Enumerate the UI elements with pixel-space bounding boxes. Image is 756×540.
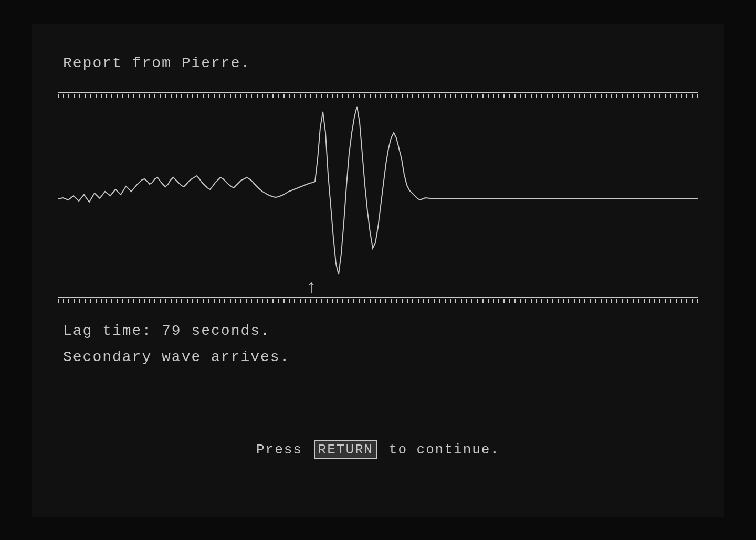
ruler-tick — [461, 299, 462, 303]
ruler-tick — [364, 94, 365, 98]
ruler-tick — [278, 299, 279, 303]
ruler-tick — [482, 94, 484, 98]
ruler-tick — [353, 94, 354, 98]
ruler-tick — [450, 94, 451, 98]
ruler-tick — [128, 94, 129, 98]
ruler-tick — [659, 94, 660, 98]
ruler-tick — [595, 94, 596, 98]
ruler-tick — [305, 94, 306, 98]
ruler-tick — [601, 299, 602, 303]
ruler-tick — [257, 299, 258, 303]
ruler-tick — [353, 299, 354, 303]
ruler-tick — [300, 94, 301, 98]
ruler-bottom-line — [58, 297, 698, 298]
ruler-tick — [503, 94, 505, 98]
ruler-tick — [493, 94, 494, 98]
ruler-tick — [219, 299, 220, 303]
ruler-tick — [558, 94, 559, 98]
ruler-tick — [531, 94, 532, 98]
ruler-tick — [106, 299, 107, 303]
ruler-tick — [240, 299, 242, 303]
ruler-tick — [139, 299, 140, 303]
ruler-tick — [348, 94, 349, 98]
ruler-tick — [370, 299, 371, 303]
ruler-tick — [63, 94, 64, 98]
ruler-tick — [278, 94, 279, 98]
ruler-tick — [111, 94, 112, 98]
ruler-tick — [74, 299, 75, 303]
ruler-tick — [412, 94, 413, 98]
ruler-tick — [122, 94, 123, 98]
ruler-tick — [595, 299, 596, 303]
ruler-tick — [111, 299, 112, 303]
ruler-tick — [525, 299, 526, 303]
ruler-tick — [665, 299, 666, 303]
ruler-tick — [418, 299, 419, 303]
ruler-tick — [294, 299, 295, 303]
ruler-tick — [139, 94, 140, 98]
ruler-tick — [262, 94, 263, 98]
ruler-tick — [697, 94, 698, 98]
ruler-tick — [203, 94, 204, 98]
ruler-tick — [337, 94, 338, 98]
ruler-tick — [445, 94, 446, 98]
press-return-prompt[interactable]: Press RETURN to continue. — [32, 440, 724, 459]
ruler-tick — [305, 299, 306, 303]
ruler-tick — [477, 299, 478, 303]
ruler-tick — [676, 94, 677, 98]
ruler-tick — [536, 94, 537, 98]
ruler-tick — [654, 299, 655, 303]
ruler-tick — [289, 299, 290, 303]
ruler-tick — [493, 299, 494, 303]
ruler-tick — [697, 299, 698, 303]
ruler-tick — [85, 299, 86, 303]
ruler-tick — [547, 299, 548, 303]
ruler-tick — [316, 299, 317, 303]
ruler-top — [58, 92, 698, 101]
ruler-tick — [267, 94, 268, 98]
ruler-tick — [391, 94, 392, 98]
ruler-tick — [622, 94, 623, 98]
ruler-tick — [332, 94, 333, 98]
ruler-tick — [627, 94, 628, 98]
ruler-tick — [428, 94, 429, 98]
ruler-tick — [547, 94, 548, 98]
ruler-tick — [224, 299, 225, 303]
ruler-tick — [214, 299, 215, 303]
ruler-tick — [681, 299, 682, 303]
ruler-tick — [520, 299, 521, 303]
ruler-tick — [294, 94, 295, 98]
ruler-tick — [514, 94, 516, 98]
ruler-tick — [488, 299, 489, 303]
ruler-tick — [445, 299, 446, 303]
ruler-tick — [272, 299, 274, 303]
ruler-tick — [670, 94, 671, 98]
ruler-tick — [342, 299, 343, 303]
ruler-tick — [165, 299, 166, 303]
ruler-tick — [230, 94, 231, 98]
ruler-tick — [246, 299, 247, 303]
ruler-tick — [477, 94, 478, 98]
ruler-tick — [450, 299, 451, 303]
ruler-tick — [251, 299, 252, 303]
ruler-tick — [622, 299, 623, 303]
ruler-tick — [402, 94, 403, 98]
ruler-tick — [385, 94, 386, 98]
ruler-tick — [466, 299, 467, 303]
ruler-tick — [364, 299, 365, 303]
ruler-tick — [101, 299, 102, 303]
ruler-tick — [407, 299, 408, 303]
ruler-tick — [267, 299, 268, 303]
ruler-tick — [327, 94, 328, 98]
ruler-tick — [359, 299, 360, 303]
ruler-tick — [509, 94, 510, 98]
return-key[interactable]: RETURN — [314, 440, 378, 459]
ruler-tick — [74, 94, 75, 98]
ruler-tick — [321, 94, 322, 98]
ruler-tick — [531, 299, 532, 303]
ruler-tick — [149, 299, 150, 303]
ruler-tick — [606, 94, 607, 98]
ruler-tick — [686, 94, 687, 98]
ruler-tick — [187, 94, 188, 98]
ruler-tick — [616, 94, 617, 98]
